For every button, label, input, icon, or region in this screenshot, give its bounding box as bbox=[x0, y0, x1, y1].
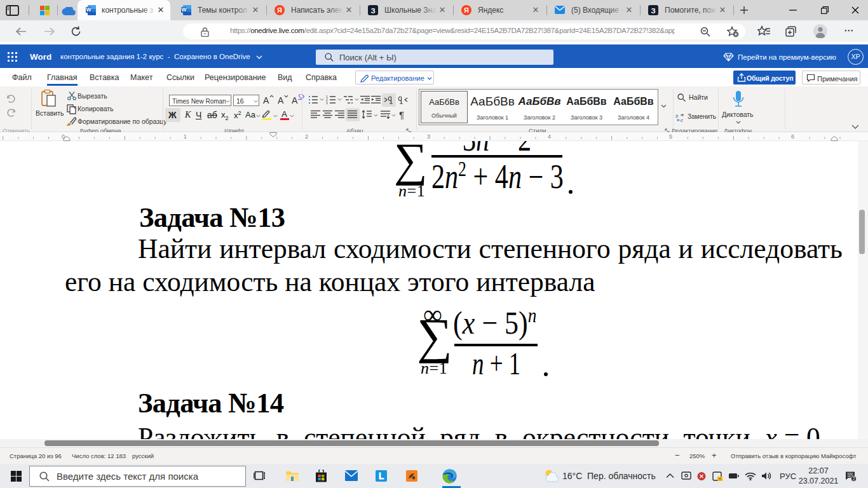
svg-text:c: c bbox=[681, 118, 683, 122]
svg-text:З: З bbox=[651, 7, 655, 15]
svg-text:2: 2 bbox=[852, 476, 855, 482]
svg-text:Я: Я bbox=[277, 6, 282, 14]
svg-text:b: b bbox=[675, 113, 679, 119]
svg-text:3: 3 bbox=[326, 101, 328, 104]
svg-text:З: З bbox=[370, 7, 375, 15]
svg-text:Я: Я bbox=[464, 6, 469, 14]
svg-text:W: W bbox=[86, 6, 92, 13]
svg-text:W: W bbox=[181, 6, 187, 13]
